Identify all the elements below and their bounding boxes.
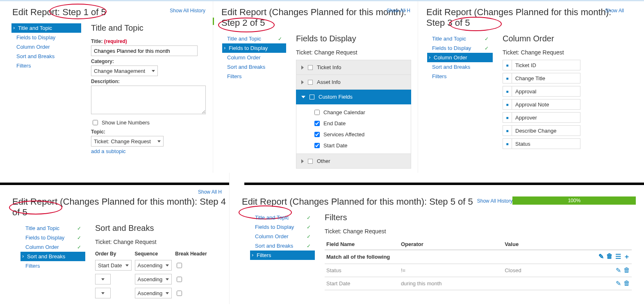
chevron-right-icon (301, 80, 304, 84)
title-input[interactable] (91, 45, 198, 56)
nav-filters[interactable]: Filters (427, 72, 493, 81)
nav-sort-breaks[interactable]: Sort and Breaks (222, 62, 286, 72)
nav-sort-breaks[interactable]: Sort and Breaks✓ (250, 241, 315, 251)
nav-title-topic[interactable]: Title and Topic✓ (20, 223, 85, 233)
nav-sort-breaks[interactable]: Sort and Breaks (20, 252, 85, 261)
order-by-select[interactable] (95, 288, 111, 298)
nav-sort-breaks[interactable]: Sort and Breaks (11, 52, 81, 61)
trash-icon[interactable]: 🗑 (624, 266, 630, 274)
sequence-select[interactable]: Ascending (135, 260, 172, 271)
filter-field: Status (325, 264, 399, 277)
group-ticket-info[interactable]: Ticket Info (296, 60, 411, 75)
nav-column-order[interactable]: Column Order (11, 42, 81, 52)
section-heading: Title and Topic (91, 23, 206, 33)
filter-field: Start Date (325, 277, 399, 290)
check-icon: ✓ (307, 215, 311, 221)
column-item[interactable]: ■Approval (503, 86, 580, 97)
group-custom-fields[interactable]: Custom Fields (296, 90, 411, 104)
list-icon[interactable]: ☰ (615, 253, 621, 261)
drag-handle-icon[interactable]: ■ (503, 139, 512, 149)
category-label: Category: (91, 59, 206, 64)
nav-column-order[interactable]: Column Order✓ (20, 242, 85, 252)
drag-handle-icon[interactable]: ■ (503, 86, 512, 96)
description-label: Description: (91, 79, 206, 84)
ticket-subheading: Ticket: Change Request (95, 239, 223, 245)
edit-icon[interactable]: ✎ (616, 266, 621, 274)
add-subtopic-link[interactable]: add a subtopic (91, 148, 206, 154)
match-all-label: Match all of the following (325, 250, 550, 264)
group-other[interactable]: Other (296, 154, 411, 169)
chevron-down-icon (152, 70, 155, 72)
field-checkbox[interactable] (314, 121, 320, 126)
field-checkbox[interactable] (314, 143, 320, 148)
break-header-checkbox[interactable] (177, 277, 182, 282)
break-header-checkbox[interactable] (177, 291, 182, 296)
nav-title-topic[interactable]: Title and Topic (11, 23, 81, 33)
show-all-history-link[interactable]: Show All H (387, 8, 410, 14)
nav-column-order[interactable]: Column Order (427, 53, 493, 62)
show-line-numbers-checkbox[interactable] (93, 120, 98, 125)
nav-filters[interactable]: Filters (20, 261, 85, 271)
chevron-down-icon (101, 292, 105, 294)
group-checkbox[interactable] (308, 159, 313, 164)
section-heading: Column Order (503, 34, 625, 43)
group-checkbox[interactable] (309, 95, 314, 99)
column-item[interactable]: ■Status (503, 138, 580, 149)
edit-icon[interactable]: ✎ (598, 253, 604, 261)
category-select[interactable]: Change Management (91, 65, 158, 76)
nav-fields[interactable]: Fields to Display✓ (20, 233, 85, 242)
nav-fields[interactable]: Fields to Display (11, 33, 81, 42)
column-item[interactable]: ■Ticket ID (503, 60, 580, 70)
group-asset-info[interactable]: Asset Info (296, 75, 411, 90)
page-title: Edit Report (Changes Planned for this mo… (242, 196, 473, 207)
show-all-history-link[interactable]: Show All History (170, 8, 205, 14)
description-textarea[interactable] (91, 86, 206, 114)
nav-fields[interactable]: Fields to Display✓ (250, 222, 315, 232)
order-by-select[interactable]: Start Date (95, 260, 132, 271)
nav-filters[interactable]: Filters (250, 251, 315, 260)
nav-title-topic[interactable]: Title and Topic✓ (250, 213, 315, 222)
nav-filters[interactable]: Filters (222, 72, 286, 81)
column-item[interactable]: ■Change Title (503, 73, 580, 84)
column-item[interactable]: ■Describe Change (503, 125, 580, 136)
field-checkbox[interactable] (314, 110, 320, 115)
drag-handle-icon[interactable]: ■ (503, 126, 512, 135)
order-by-select[interactable] (95, 274, 111, 284)
nav-sort-breaks[interactable]: Sort and Breaks (427, 62, 493, 72)
show-all-history-link[interactable]: Show All H (198, 189, 222, 195)
break-header-checkbox[interactable] (177, 263, 182, 268)
nav-fields[interactable]: Fields to Display (222, 43, 286, 53)
nav-column-order[interactable]: Column Order (222, 53, 286, 62)
show-all-history-link[interactable]: Show All History (477, 198, 513, 204)
column-item[interactable]: ■Approval Note (503, 99, 580, 110)
drag-handle-icon[interactable]: ■ (503, 73, 512, 83)
drag-handle-icon[interactable]: ■ (503, 113, 512, 122)
field-checkbox[interactable] (314, 132, 320, 137)
edit-icon[interactable]: ✎ (616, 280, 621, 287)
sequence-select[interactable]: Ascending (135, 288, 172, 298)
page-title: Edit Report (Changes Planned for this mo… (426, 7, 631, 28)
check-icon: ✓ (485, 36, 489, 42)
chevron-right-icon (301, 65, 304, 70)
topic-select[interactable]: Ticket: Change Request (91, 136, 164, 147)
add-icon[interactable]: ＋ (624, 253, 630, 261)
sequence-select[interactable]: Ascending (135, 274, 172, 284)
trash-icon[interactable]: 🗑 (606, 253, 613, 261)
nav-column-order[interactable]: Column Order✓ (250, 232, 315, 241)
wizard-sidenav: Title and Topic Fields to Display Column… (11, 23, 81, 158)
filter-value: Closed (503, 264, 550, 277)
nav-title-topic[interactable]: Title and Topic✓ (222, 34, 286, 43)
nav-fields[interactable]: Fields to Display✓ (427, 43, 493, 53)
column-item[interactable]: ■Approver (503, 112, 580, 123)
show-all-link[interactable]: Show All (605, 8, 624, 14)
nav-title-topic[interactable]: Title and Topic✓ (427, 34, 493, 43)
nav-filters[interactable]: Filters (11, 61, 81, 70)
group-checkbox[interactable] (308, 65, 313, 70)
chevron-right-icon (301, 159, 304, 163)
page-title: Edit Report (Changes Planned for this mo… (12, 196, 229, 218)
group-checkbox[interactable] (308, 80, 313, 85)
trash-icon[interactable]: 🗑 (624, 280, 630, 287)
ticket-subheading: Ticket: Change Request (503, 49, 625, 56)
drag-handle-icon[interactable]: ■ (503, 99, 512, 109)
drag-handle-icon[interactable]: ■ (503, 60, 512, 70)
